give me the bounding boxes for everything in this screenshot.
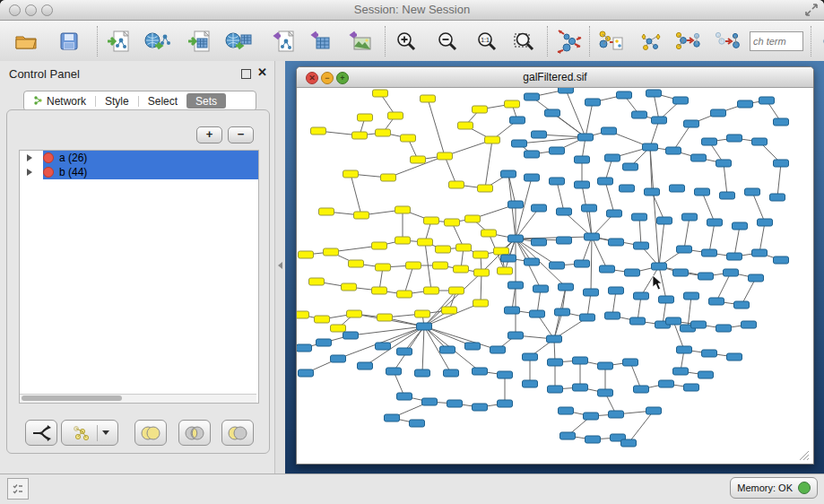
control-panel-tabs: Network Style Select Sets [23,91,256,111]
set-color-icon [43,167,54,178]
expand-icon[interactable] [27,154,32,161]
network-canvas[interactable] [297,88,811,463]
title-bar: Session: New Session [0,0,824,21]
tab-label: Select [148,95,178,108]
list-item[interactable]: b (44) [20,165,258,179]
tab-sets[interactable]: Sets [186,93,226,109]
desktop-area: ✕ − + galFiltered.sif [285,61,824,474]
import-table-web-icon[interactable] [223,25,254,57]
mouse-cursor [652,274,663,291]
set-label: a (26) [59,152,87,164]
remove-set-button[interactable]: − [228,126,254,143]
sets-list: a (26) b (44) [19,150,259,404]
nodes-icon [71,425,92,441]
difference-button[interactable] [221,420,254,446]
set-label: b (44) [59,166,87,178]
status-bar: Memory: OK [0,474,824,504]
export-table-icon[interactable] [306,25,336,57]
application-window: Session: New Session [0,0,824,504]
resize-grip-icon[interactable] [799,450,810,461]
tab-style[interactable]: Style [96,93,138,109]
network-window-titlebar[interactable]: ✕ − + galFiltered.sif [297,67,813,88]
horizontal-scrollbar[interactable] [20,394,256,403]
network-tree-icon [33,96,43,106]
svg-text:1:1: 1:1 [481,37,490,43]
close-panel-icon[interactable]: ✕ [257,65,267,79]
tab-label: Network [47,95,86,108]
import-network-file-icon[interactable] [103,25,134,57]
memory-status-button[interactable]: Memory: OK [730,477,818,499]
window-title: Session: New Session [0,3,824,16]
select-first-neighbors-icon[interactable] [635,25,665,57]
control-panel-title: Control Panel [9,67,80,81]
memory-label: Memory: OK [737,482,793,493]
zoom-out-icon[interactable] [432,25,463,57]
set-color-icon [43,152,54,163]
help-icon[interactable]: ? [817,25,824,57]
collapse-panel-icon[interactable] [278,262,282,269]
float-panel-icon[interactable] [241,69,251,79]
network-view-window[interactable]: ✕ − + galFiltered.sif [296,66,814,465]
import-network-web-icon[interactable] [143,25,173,57]
import-table-file-icon[interactable] [184,25,214,57]
export-network-icon[interactable] [268,25,299,57]
venn-intersection-icon [184,426,205,440]
export-image-icon[interactable] [345,25,376,57]
memory-ok-icon [798,482,811,494]
list-item[interactable]: a (26) [20,151,258,165]
network-graph [297,88,811,463]
split-icon [31,425,51,441]
show-all-icon[interactable] [712,25,742,57]
expand-icon[interactable] [27,169,32,176]
intersection-button[interactable] [178,420,211,446]
split-set-button[interactable] [25,420,57,446]
sets-panel: + − a (26) b (44) [6,109,270,454]
tab-label: Style [105,95,129,108]
apply-layout-icon[interactable] [553,25,584,57]
venn-difference-icon [227,426,248,440]
venn-union-icon [140,426,161,440]
fullscreen-icon[interactable] [804,3,819,17]
open-file-icon[interactable] [11,25,41,57]
tab-label: Sets [195,95,217,108]
union-button[interactable] [134,420,167,446]
toolbar: 1:1 ? [0,21,824,62]
task-list-icon [12,482,24,495]
control-panel: Control Panel ✕ Network Style Select Set… [0,61,274,474]
tab-network[interactable]: Network [24,93,95,109]
scrollbar-thumb[interactable] [22,395,122,401]
chevron-down-icon [102,430,109,435]
search-input[interactable] [750,31,803,51]
network-window-title: galFiltered.sif [297,71,813,83]
zoom-selected-icon[interactable] [509,25,540,57]
task-history-button[interactable] [7,478,29,500]
hide-selected-icon[interactable] [672,25,703,57]
new-network-from-selection-icon[interactable] [595,25,626,57]
create-set-dropdown-button[interactable] [61,420,118,446]
save-session-icon[interactable] [54,25,84,57]
add-set-button[interactable]: + [196,126,222,143]
control-panel-header: Control Panel ✕ [0,61,274,86]
tab-select[interactable]: Select [139,93,186,109]
zoom-in-icon[interactable] [391,25,421,57]
zoom-1-1-icon[interactable]: 1:1 [472,25,502,57]
